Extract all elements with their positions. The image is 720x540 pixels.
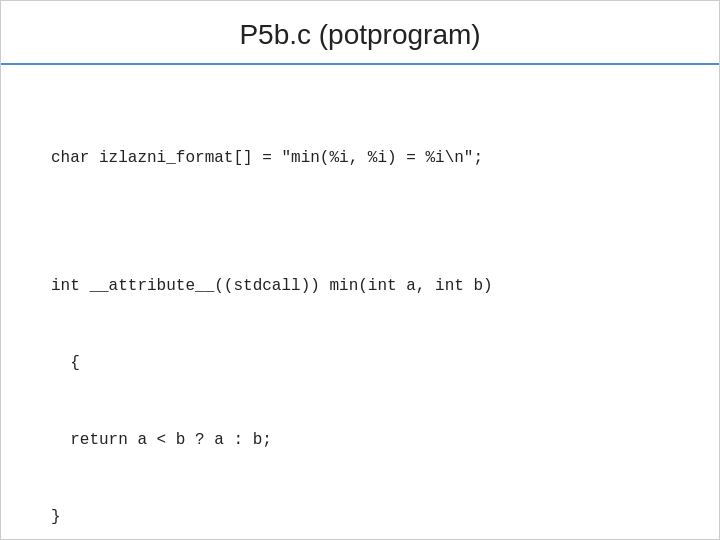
code-block: char izlazni_format[] = "min(%i, %i) = %… bbox=[51, 95, 669, 540]
code-line-5: return a < b ? a : b; bbox=[51, 428, 669, 454]
code-line-1: char izlazni_format[] = "min(%i, %i) = %… bbox=[51, 146, 669, 172]
slide-title: P5b.c (potprogram) bbox=[239, 19, 480, 50]
slide-content: char izlazni_format[] = "min(%i, %i) = %… bbox=[1, 65, 719, 540]
code-line-3: int __attribute__((stdcall)) min(int a, … bbox=[51, 274, 669, 300]
slide-container: P5b.c (potprogram) char izlazni_format[]… bbox=[0, 0, 720, 540]
code-line-4: { bbox=[51, 351, 669, 377]
title-bar: P5b.c (potprogram) bbox=[1, 1, 719, 65]
code-line-6: } bbox=[51, 505, 669, 531]
